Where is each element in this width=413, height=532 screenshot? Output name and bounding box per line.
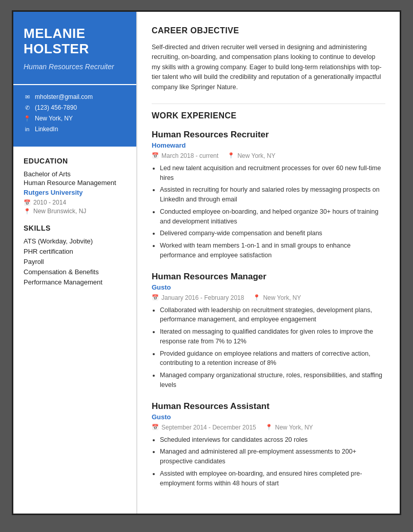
phone-item: ✆ (123) 456-7890 (24, 104, 126, 111)
job-bullets: Collaborated with leadership on recruitm… (152, 305, 385, 390)
job-meta: 📅 January 2016 - February 2018 📍 New Yor… (152, 294, 385, 301)
email-text: mholster@gmail.com (35, 93, 93, 100)
section-divider (152, 104, 385, 104)
bullet-item: Provided guidance on employee relations … (160, 349, 385, 369)
sidebar: MELANIE HOLSTER Human Resources Recruite… (13, 12, 136, 514)
location-item: 📍 New York, NY (24, 115, 126, 122)
job-title: Human Resources Recruiter (152, 130, 385, 140)
pin-icon: 📍 (24, 208, 31, 215)
skill-item: PHR certification (24, 248, 126, 255)
location-icon: 📍 (24, 115, 31, 122)
job-company: Homeward (152, 141, 385, 149)
edu-location: 📍 New Brunswick, NJ (24, 208, 126, 215)
bullet-item: Managed and administered all pre-employm… (160, 447, 385, 466)
calendar-icon: 📅 (152, 152, 159, 159)
location-text: New York, NY (35, 115, 73, 122)
job-title: Human Resources Manager (152, 272, 385, 282)
bullet-item: Scheduled interviews for candidates acro… (160, 435, 385, 445)
candidate-name: MELANIE HOLSTER (24, 26, 126, 57)
edu-university: Rutgers University (24, 189, 126, 196)
bullet-item: Iterated on messaging to qualified candi… (160, 327, 385, 346)
calendar-icon: 📅 (152, 424, 159, 431)
linkedin-item[interactable]: in LinkedIn (24, 126, 126, 133)
job-block: Human Resources Manager Gusto 📅 January … (152, 272, 385, 390)
email-icon: ✉ (24, 94, 31, 100)
work-experience-title: WORK EXPERIENCE (152, 111, 385, 122)
skill-item: ATS (Workday, Jobvite) (24, 237, 126, 245)
jobs-container: Human Resources Recruiter Homeward 📅 Mar… (152, 130, 385, 488)
edu-field: Human Resource Management (24, 179, 126, 187)
bullet-item: Worked with team members 1-on-1 and in s… (160, 241, 385, 260)
job-date: 📅 September 2014 - December 2015 (152, 424, 256, 431)
job-block: Human Resources Recruiter Homeward 📅 Mar… (152, 130, 385, 260)
location-icon: 📍 (265, 424, 273, 431)
bullet-item: Assisted with employee on-boarding, and … (160, 469, 385, 488)
skill-item: Payroll (24, 258, 126, 265)
sidebar-lower: EDUCATION Bachelor of Arts Human Resourc… (13, 147, 136, 299)
calendar-icon: 📅 (152, 294, 159, 301)
bullet-item: Managed company organizational structure… (160, 371, 385, 390)
bullet-item: Led new talent acquisition and recruitme… (160, 163, 385, 183)
education-section-title: EDUCATION (24, 157, 126, 165)
job-bullets: Scheduled interviews for candidates acro… (152, 435, 385, 488)
job-bullets: Led new talent acquisition and recruitme… (152, 163, 385, 260)
job-block: Human Resources Assistant Gusto 📅 Septem… (152, 401, 385, 488)
skill-item: Performance Management (24, 278, 126, 286)
job-location: 📍 New York, NY (265, 424, 313, 431)
calendar-icon: 📅 (24, 199, 31, 206)
sidebar-header: MELANIE HOLSTER Human Resources Recruite… (13, 12, 136, 84)
career-objective-title: CAREER OBJECTIVE (152, 26, 385, 37)
skills-section-title: SKILLS (24, 224, 126, 232)
bullet-item: Delivered company-wide compensation and … (160, 229, 385, 238)
bullet-item: Assisted in recruiting for hourly and sa… (160, 185, 385, 204)
linkedin-text: LinkedIn (35, 126, 58, 133)
location-icon: 📍 (253, 294, 260, 301)
phone-icon: ✆ (24, 105, 31, 111)
job-meta: 📅 September 2014 - December 2015 📍 New Y… (152, 424, 385, 431)
candidate-title: Human Resources Recruiter (24, 62, 126, 72)
career-objective-text: Self-directed and driven recruiter well … (152, 43, 385, 92)
edu-degree: Bachelor of Arts (24, 170, 126, 178)
main-content: CAREER OBJECTIVE Self-directed and drive… (136, 12, 400, 514)
job-location: 📍 New York, NY (228, 152, 275, 159)
job-company: Gusto (152, 413, 385, 421)
location-icon: 📍 (228, 152, 235, 159)
job-company: Gusto (152, 283, 385, 291)
job-title: Human Resources Assistant (152, 401, 385, 412)
job-date: 📅 January 2016 - February 2018 (152, 294, 244, 301)
contact-section: ✉ mholster@gmail.com ✆ (123) 456-7890 📍 … (13, 85, 136, 147)
resume-document: MELANIE HOLSTER Human Resources Recruite… (12, 10, 401, 515)
skill-item: Compensation & Benefits (24, 268, 126, 276)
bullet-item: Conducted employee on-boarding, and help… (160, 207, 385, 227)
job-meta: 📅 March 2018 - current 📍 New York, NY (152, 152, 385, 159)
edu-years: 📅 2010 - 2014 (24, 199, 126, 206)
email-item: ✉ mholster@gmail.com (24, 93, 126, 100)
bullet-item: Collaborated with leadership on recruitm… (160, 305, 385, 325)
phone-text: (123) 456-7890 (35, 104, 77, 111)
skills-list: ATS (Workday, Jobvite)PHR certificationP… (24, 237, 126, 286)
linkedin-icon: in (24, 126, 31, 132)
job-location: 📍 New York, NY (253, 294, 301, 301)
job-date: 📅 March 2018 - current (152, 152, 218, 159)
